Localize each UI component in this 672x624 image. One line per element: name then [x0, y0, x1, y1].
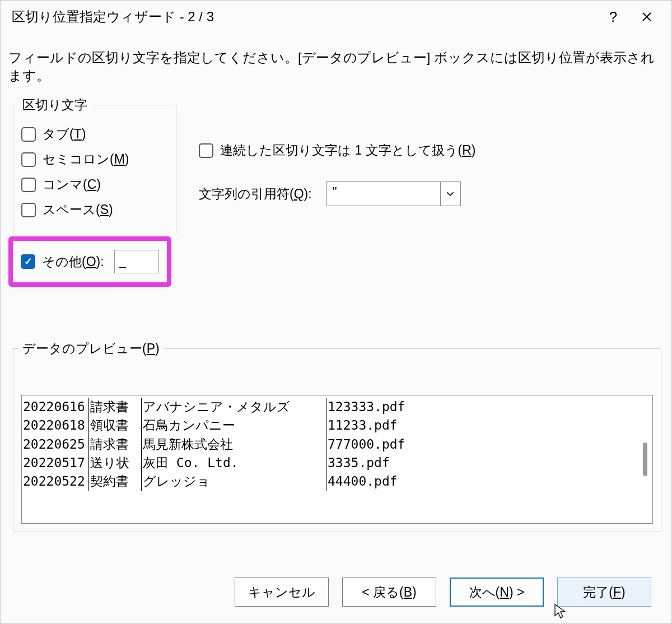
preview-box: 20220616 請求書 アバナシニア・メタルズ 123333.pdf 2022… — [21, 395, 653, 524]
text-qualifier-label: 文字列の引用符(Q): — [199, 185, 312, 203]
delimiter-comma[interactable]: コンマ(C) — [21, 176, 168, 193]
checkbox-icon — [21, 178, 36, 192]
finish-button[interactable]: 完了(F) — [557, 578, 651, 607]
table-row: 20220522 契約書 グレッジョ 44400.pdf — [22, 472, 638, 491]
delimiter-other[interactable]: その他(O): — [21, 253, 104, 271]
table-row: 20220517 送り状 灰田 Co. Ltd. 3335.pdf — [22, 454, 638, 472]
checkbox-icon — [199, 143, 213, 158]
wizard-dialog: 区切り位置指定ウィザード - 2 / 3 ? フィールドの区切り文字を指定してく… — [0, 0, 672, 624]
next-button[interactable]: 次へ(N) > — [450, 578, 544, 607]
cursor-icon — [554, 603, 566, 622]
close-icon — [641, 11, 652, 22]
cancel-button[interactable]: キャンセル — [235, 578, 329, 607]
instruction-text: フィールドの区切り文字を指定してください。[データのプレビュー] ボックスには区… — [8, 49, 661, 85]
checkbox-icon — [21, 152, 36, 167]
label: セミコロン(M) — [43, 151, 129, 168]
label: その他(O): — [42, 253, 104, 271]
help-button[interactable]: ? — [596, 6, 630, 28]
close-button[interactable] — [630, 6, 664, 28]
titlebar: 区切り位置指定ウィザード - 2 / 3 ? — [1, 1, 671, 33]
chevron-down-icon — [440, 182, 460, 206]
text-qualifier-value: " — [327, 182, 440, 206]
delimiter-semicolon[interactable]: セミコロン(M) — [21, 151, 168, 168]
delimiter-space[interactable]: スペース(S) — [21, 201, 168, 218]
window-title: 区切り位置指定ウィザード - 2 / 3 — [12, 8, 596, 26]
preview-group-label: データのプレビュー(P) — [19, 340, 163, 357]
table-row: 20220618 領収書 石鳥カンパニー 11233.pdf — [22, 416, 638, 435]
delimiter-tab[interactable]: タブ(T) — [21, 125, 168, 143]
label: コンマ(C) — [43, 176, 101, 193]
delimiters-group-label: 区切り文字 — [19, 96, 91, 114]
checkbox-icon — [21, 254, 35, 269]
label: タブ(T) — [43, 125, 86, 143]
button-row: キャンセル < 戻る(B) 次へ(N) > 完了(F) — [1, 565, 671, 623]
checkbox-icon — [21, 203, 36, 217]
text-qualifier-select[interactable]: " — [326, 181, 461, 206]
scrollbar-thumb — [643, 443, 647, 476]
table-row: 20220625 請求書 馬見新株式会社 777000.pdf — [22, 435, 638, 454]
consecutive-delimiters[interactable]: 連続した区切り文字は 1 文字として扱う(R) — [199, 142, 661, 159]
delimiters-group: 区切り文字 タブ(T) セミコロン(M) コンマ(C) — [13, 105, 176, 234]
delimiter-other-input[interactable] — [114, 250, 159, 273]
delimiter-other-highlight: その他(O): — [8, 236, 171, 287]
preview-group: データのプレビュー(P) 20220616 請求書 アバナシニア・メタルズ 12… — [13, 348, 661, 532]
checkbox-icon — [21, 127, 36, 142]
preview-scrollbar[interactable] — [638, 395, 652, 523]
label: 連続した区切り文字は 1 文字として扱う(R) — [220, 142, 476, 159]
preview-table: 20220616 請求書 アバナシニア・メタルズ 123333.pdf 2022… — [22, 395, 638, 523]
label: スペース(S) — [43, 201, 113, 218]
back-button[interactable]: < 戻る(B) — [342, 578, 436, 607]
table-row: 20220616 請求書 アバナシニア・メタルズ 123333.pdf — [22, 398, 638, 416]
